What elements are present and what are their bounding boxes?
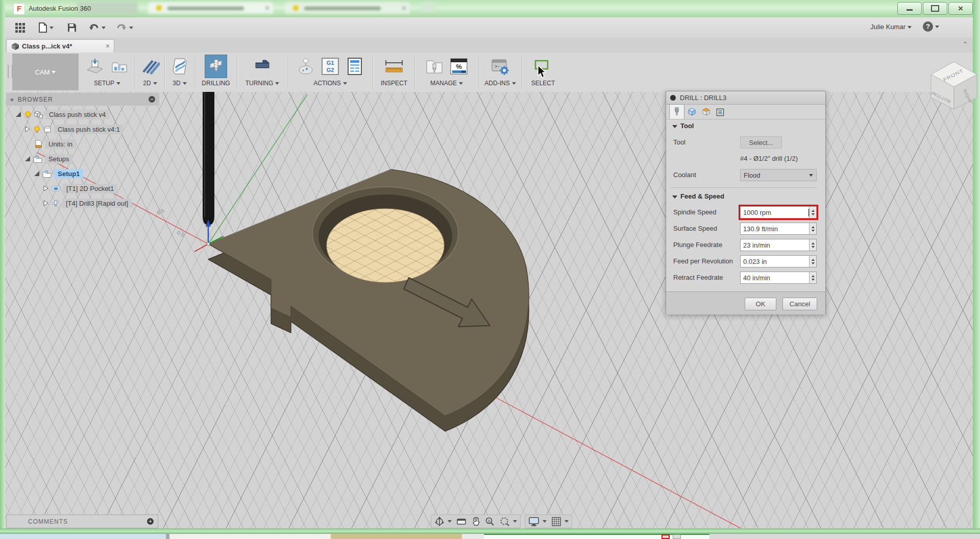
visibility-bulb-icon[interactable] <box>24 111 32 118</box>
fit-view-icon[interactable] <box>500 517 517 527</box>
display-settings-icon[interactable] <box>528 517 547 526</box>
account-menu[interactable]: Julie Kumar <box>870 23 912 31</box>
spinner-control[interactable] <box>809 272 816 283</box>
ribbon-group-label[interactable]: 2D <box>137 80 163 87</box>
browser-tab[interactable]: × <box>285 2 410 14</box>
collapsed-icon[interactable] <box>24 126 31 132</box>
turning-button[interactable] <box>252 55 273 78</box>
expanded-icon[interactable] <box>15 111 21 117</box>
tree-label[interactable]: Units: in <box>45 139 76 149</box>
ribbon-group-label[interactable]: ADD-INS <box>481 80 520 87</box>
close-button[interactable]: × <box>948 2 973 15</box>
tree-row-setups[interactable]: Setups <box>24 153 72 165</box>
feed-per-revolution-input[interactable]: 0.023 in <box>740 255 817 267</box>
ok-button[interactable]: OK <box>745 298 776 310</box>
close-icon[interactable]: × <box>402 5 406 12</box>
surface-speed-input[interactable]: 130.9 ft/min <box>740 223 817 235</box>
ribbon-group-label[interactable]: 3D <box>166 80 193 87</box>
ribbon-group-label[interactable]: SETUP <box>82 80 133 87</box>
tree-label[interactable]: Class push stick v4:1 <box>54 125 124 134</box>
file-menu-button[interactable] <box>35 21 57 34</box>
tree-row-pocket-op[interactable]: [T1] 2D Pocket1 <box>43 182 117 194</box>
comments-bar[interactable]: COMMENTS + <box>6 514 158 528</box>
document-tab[interactable]: Class p...ick v4* × <box>6 39 114 53</box>
tool-select-button[interactable]: Select... <box>740 136 782 149</box>
spinner-control[interactable] <box>809 223 816 234</box>
expanded-icon[interactable] <box>34 170 40 177</box>
ribbon-group-label[interactable]: DRILLING <box>197 80 235 87</box>
ribbon-group-label[interactable]: MANAGE <box>416 80 477 87</box>
new-setup-button[interactable] <box>84 55 106 78</box>
save-button[interactable] <box>65 21 79 34</box>
visibility-bulb-icon[interactable] <box>33 126 41 133</box>
tree-row-occurrence[interactable]: Class push stick v4:1 <box>24 123 124 135</box>
zoom-icon[interactable]: ± <box>485 517 495 527</box>
collapse-left-icon[interactable]: « <box>10 96 13 103</box>
dialog-grip-icon[interactable] <box>670 95 676 101</box>
tree-row-drill-op[interactable]: [T4] Drill3 [Rapid out] <box>43 197 132 209</box>
pan-icon[interactable] <box>471 517 480 527</box>
dialog-header[interactable]: DRILL : DRILL3 <box>666 91 825 105</box>
plunge-feedrate-input[interactable]: 23 in/min <box>740 239 817 251</box>
cancel-button[interactable]: Cancel <box>782 298 817 310</box>
collapsed-icon[interactable] <box>43 185 49 191</box>
tree-label[interactable]: [T4] Drill3 [Rapid out] <box>62 199 132 208</box>
orbit-icon[interactable] <box>434 517 452 527</box>
ribbon-group-label[interactable]: INSPECT <box>375 80 413 87</box>
machining-time-button[interactable]: % <box>448 55 470 78</box>
tree-label-selected[interactable]: Setup1 <box>54 169 83 179</box>
collapse-ribbon-icon[interactable]: ⌃ <box>963 41 968 48</box>
tree-label[interactable]: Setups <box>45 154 72 164</box>
browser-panel-header[interactable]: « BROWSER − <box>6 93 159 106</box>
maximize-button[interactable] <box>923 2 947 15</box>
workspace-selector[interactable]: CAM <box>12 54 79 90</box>
new-tab-button[interactable] <box>422 2 435 12</box>
close-icon[interactable]: × <box>106 42 110 50</box>
coolant-dropdown[interactable]: Flood <box>740 169 817 181</box>
ribbon-group-label[interactable]: TURNING <box>239 80 286 87</box>
add-comment-icon[interactable]: + <box>147 518 154 525</box>
tree-label[interactable]: Class push stick v4 <box>45 110 109 119</box>
expanded-icon[interactable] <box>24 156 31 162</box>
2d-milling-button[interactable] <box>139 55 161 78</box>
3d-milling-button[interactable] <box>169 55 190 78</box>
chevron-down-icon <box>512 82 516 85</box>
minimize-button[interactable] <box>897 2 922 15</box>
viewport-canvas[interactable]: 0.5 0.5 <box>5 92 973 528</box>
look-at-icon[interactable] <box>456 517 467 526</box>
tree-row-component[interactable]: Class push stick v4 <box>15 108 109 120</box>
tool-library-button[interactable] <box>424 55 445 78</box>
spinner-control[interactable] <box>809 239 816 251</box>
close-icon[interactable]: × <box>265 5 269 12</box>
setup-folder-button[interactable] <box>109 55 130 78</box>
post-process-button[interactable] <box>295 55 316 78</box>
tree-label[interactable]: [T1] 2D Pocket1 <box>63 184 117 193</box>
redo-button[interactable] <box>113 21 136 34</box>
spinner-control[interactable] <box>809 207 816 218</box>
cycle-tab[interactable] <box>713 105 727 119</box>
panel-options-icon[interactable]: − <box>149 96 155 103</box>
grid-settings-icon[interactable] <box>551 517 569 527</box>
heights-tab[interactable] <box>699 105 713 119</box>
geometry-tab[interactable] <box>684 105 699 119</box>
ribbon-group-label[interactable]: ACTIONS <box>290 80 371 87</box>
scripts-addins-button[interactable]: >- <box>489 55 511 78</box>
spindle-speed-input[interactable]: 1000 rpm <box>740 206 817 218</box>
setup-sheet-button[interactable] <box>344 55 365 78</box>
help-menu[interactable]: ? <box>923 21 939 32</box>
measure-button[interactable] <box>383 55 405 78</box>
viewcube[interactable]: FRONT BOTTOM RIGHT <box>925 54 980 111</box>
browser-tab[interactable]: × <box>148 2 273 14</box>
feed-section-heading[interactable]: Feed & Speed <box>672 192 724 200</box>
undo-button[interactable] <box>86 21 108 34</box>
collapsed-icon[interactable] <box>43 200 49 206</box>
tree-row-units[interactable]: Units: in <box>35 138 76 150</box>
drilling-button[interactable] <box>205 55 227 78</box>
g1g2-button[interactable]: G1G2 <box>320 55 341 78</box>
retract-feedrate-input[interactable]: 40 in/min <box>740 272 817 284</box>
tool-tab[interactable] <box>669 104 684 119</box>
tool-section-heading[interactable]: Tool <box>672 122 694 130</box>
tree-row-setup1[interactable]: Setup1 <box>34 167 83 180</box>
app-grid-icon[interactable] <box>13 21 27 34</box>
spinner-control[interactable] <box>809 256 816 267</box>
